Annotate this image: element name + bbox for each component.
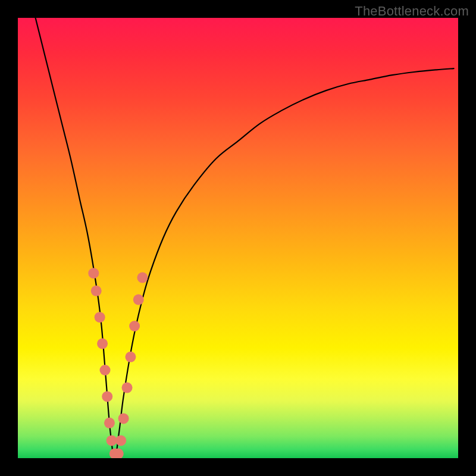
curve-marker	[118, 413, 129, 424]
curve-marker	[102, 391, 112, 402]
curve-markers	[88, 268, 148, 458]
curve-marker	[104, 418, 115, 428]
curve-marker	[115, 435, 126, 446]
curve-marker	[88, 268, 99, 278]
curve-marker	[125, 352, 136, 362]
curve-marker	[107, 435, 117, 446]
watermark-text: TheBottleneck.com	[355, 4, 469, 19]
curve-marker	[133, 295, 144, 305]
curve-marker	[95, 312, 105, 322]
chart-svg	[18, 18, 458, 458]
curve-marker	[129, 321, 140, 331]
curve-marker	[100, 365, 111, 375]
bottleneck-curve	[36, 18, 454, 458]
curve-marker	[91, 286, 102, 296]
curve-marker	[122, 383, 133, 393]
curve-marker	[137, 273, 148, 283]
chart-frame: TheBottleneck.com	[0, 0, 476, 476]
plot-area	[18, 18, 458, 458]
curve-marker	[97, 339, 108, 349]
